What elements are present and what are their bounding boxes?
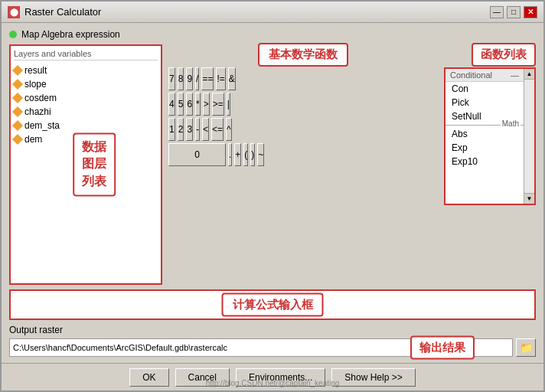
- btn-2[interactable]: 2: [178, 118, 184, 141]
- layers-title: Layers and variables: [14, 49, 158, 60]
- math-divider: Math: [445, 125, 524, 126]
- btn-0[interactable]: 0: [168, 143, 226, 166]
- bottom-area: OK Cancel Environments... Show Help >> h…: [2, 363, 543, 390]
- app-icon: ⬤: [8, 6, 20, 18]
- functions-list: Conditional — Con Pick SetNull Math Abs …: [445, 69, 534, 168]
- btn-neq[interactable]: !=: [216, 67, 225, 90]
- main-row: Layers and variables result slope cosdem: [9, 44, 536, 285]
- map-algebra-text: Map Algebra expression: [21, 29, 120, 40]
- btn-gte[interactable]: >=: [212, 93, 224, 116]
- func-abs[interactable]: Abs: [445, 127, 524, 141]
- calc-row-3: 1 2 3 - < <= ^: [168, 118, 438, 141]
- output-section: Output raster 📁 输出结果: [9, 325, 536, 357]
- watermark: http://blog.CSDN.net/@captain_keating: [206, 379, 340, 387]
- output-result-annotation: 输出结果: [410, 336, 475, 360]
- calc-grid: 7 8 9 / == != & 4 5 6 * >: [168, 67, 438, 166]
- btn-6[interactable]: 6: [186, 93, 193, 116]
- diamond-icon: [12, 106, 23, 117]
- conditional-header: Conditional —: [445, 69, 524, 82]
- diamond-icon: [12, 93, 23, 103]
- calc-section: 基本数学函数 7 8 9 / == != & 4 5: [168, 44, 438, 285]
- output-row: 📁 输出结果: [9, 338, 536, 357]
- layer-name: cosdem: [24, 93, 57, 103]
- scroll-up-arrow[interactable]: ▲: [524, 69, 534, 80]
- browse-button[interactable]: 📁: [516, 338, 536, 357]
- btn-eq[interactable]: ==: [201, 67, 214, 90]
- diamond-icon: [12, 134, 23, 145]
- layer-name: chazhi: [24, 106, 51, 117]
- diamond-icon: [12, 65, 23, 76]
- func-exp[interactable]: Exp: [445, 141, 524, 155]
- btn-9[interactable]: 9: [186, 67, 193, 90]
- show-help-button[interactable]: Show Help >>: [331, 368, 415, 387]
- btn-1[interactable]: 1: [168, 118, 175, 141]
- calc-row-2: 4 5 6 * > >= |: [168, 93, 438, 116]
- layer-name: result: [24, 65, 47, 76]
- btn-8[interactable]: 8: [178, 67, 184, 90]
- calc-row-4: 0 . + ( ) ~: [168, 143, 438, 166]
- title-buttons: — □ ✕: [490, 6, 537, 18]
- btn-lt[interactable]: <: [202, 118, 209, 141]
- func-con[interactable]: Con: [445, 82, 524, 96]
- functions-list-annotation: 函数列表: [472, 43, 536, 67]
- btn-dot[interactable]: .: [228, 143, 232, 166]
- calc-row-1: 7 8 9 / == != &: [168, 67, 438, 90]
- functions-panel: ▲ ▼ Conditional — Con Pick SetNull: [444, 67, 536, 205]
- btn-and[interactable]: &: [228, 67, 236, 90]
- btn-4[interactable]: 4: [168, 93, 175, 116]
- minimize-button[interactable]: —: [490, 6, 504, 18]
- ok-button[interactable]: OK: [129, 368, 168, 387]
- btn-3[interactable]: 3: [186, 118, 193, 141]
- diamond-icon: [12, 120, 23, 131]
- btn-multiply[interactable]: *: [195, 93, 201, 116]
- collapse-icon[interactable]: —: [511, 70, 519, 80]
- title-bar: ⬤ Raster Calculator — □ ✕: [2, 2, 543, 23]
- map-algebra-label: Map Algebra expression: [9, 29, 536, 40]
- btn-caret[interactable]: ^: [226, 118, 232, 141]
- status-dot: [9, 31, 17, 38]
- func-exp10[interactable]: Exp10: [445, 155, 524, 168]
- btn-pipe[interactable]: |: [227, 93, 230, 116]
- btn-5[interactable]: 5: [178, 93, 184, 116]
- math-functions-annotation: 基本数学函数: [258, 43, 348, 67]
- expression-input[interactable]: [14, 294, 531, 315]
- main-window: ⬤ Raster Calculator — □ ✕ Map Algebra ex…: [0, 0, 545, 392]
- list-item[interactable]: dem_sta: [14, 119, 158, 132]
- close-button[interactable]: ✕: [524, 6, 537, 18]
- layers-panel: Layers and variables result slope cosdem: [9, 44, 162, 285]
- btn-minus[interactable]: -: [195, 118, 200, 141]
- btn-lparen[interactable]: (: [243, 143, 248, 166]
- scroll-track: [524, 80, 534, 193]
- list-item[interactable]: slope: [14, 77, 158, 91]
- layer-name: dem: [24, 134, 42, 145]
- conditional-label: Conditional: [450, 70, 492, 80]
- scroll-down-arrow[interactable]: ▼: [524, 193, 534, 204]
- list-item[interactable]: result: [14, 64, 158, 77]
- window-title: Raster Calculator: [24, 6, 101, 18]
- main-content: Map Algebra expression Layers and variab…: [2, 23, 543, 363]
- btn-plus[interactable]: +: [234, 143, 241, 166]
- btn-gt[interactable]: >: [203, 93, 210, 116]
- btn-tilde[interactable]: ~: [257, 143, 264, 166]
- functions-section: 函数列表 ▲ ▼ Conditional — Con: [444, 44, 536, 285]
- functions-scrollbar[interactable]: ▲ ▼: [524, 69, 534, 204]
- maximize-button[interactable]: □: [507, 6, 521, 18]
- btn-7[interactable]: 7: [168, 67, 175, 90]
- list-item[interactable]: cosdem: [14, 91, 158, 105]
- math-label: Math: [501, 119, 521, 128]
- expression-box: [9, 289, 536, 320]
- layer-name: slope: [24, 79, 47, 90]
- expression-section: 计算公式输入框: [9, 289, 536, 320]
- btn-rparen[interactable]: ): [250, 143, 255, 166]
- func-pick[interactable]: Pick: [445, 96, 524, 109]
- data-layers-annotation: 数据图层列表: [73, 132, 116, 196]
- diamond-icon: [12, 79, 23, 90]
- btn-divide[interactable]: /: [195, 67, 199, 90]
- title-bar-left: ⬤ Raster Calculator: [8, 6, 101, 18]
- output-label: Output raster: [9, 325, 536, 335]
- layer-name: dem_sta: [24, 120, 60, 131]
- btn-lte[interactable]: <=: [211, 118, 224, 141]
- list-item[interactable]: chazhi: [14, 105, 158, 119]
